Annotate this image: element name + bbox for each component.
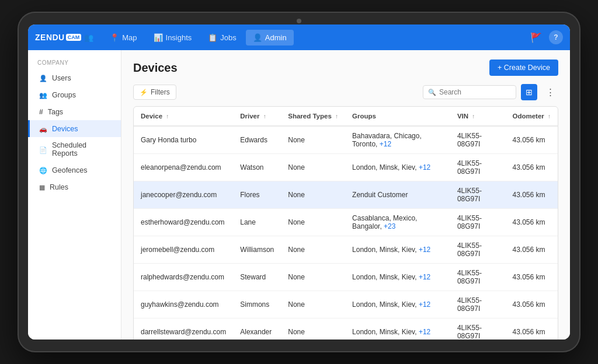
cell-shared-types: None <box>281 126 345 154</box>
cell-vin: 4LIK55-08G97I <box>450 236 506 264</box>
cell-groups: London, Minsk, Kiev, +12 <box>345 291 450 318</box>
cell-vin: 4LIK55-08G97I <box>450 209 506 236</box>
table-row[interactable]: Gary Honda turbo Edwards None Bahavadara… <box>134 126 558 154</box>
col-driver[interactable]: Driver ↑ <box>233 107 281 126</box>
cell-groups: London, Minsk, Kiev, +12 <box>345 154 450 181</box>
grid-icon: ⊞ <box>526 88 533 97</box>
main-content: Devices + Create Device ⚡ Filters 🔍 <box>121 50 570 340</box>
tablet-screen: ZENDU CAM 👥 Map Insights Jobs Admin 🚩 <box>28 24 570 340</box>
filter-button[interactable]: ⚡ Filters <box>133 85 176 100</box>
sidebar-item-geofences[interactable]: Geofences <box>28 162 121 178</box>
reports-icon <box>39 145 47 154</box>
sidebar-item-groups[interactable]: Groups <box>28 86 121 103</box>
sidebar-item-rules[interactable]: Rules <box>28 178 121 195</box>
grid-view-button[interactable]: ⊞ <box>521 84 537 100</box>
cell-device: estherhoward@zendu.com <box>134 209 233 236</box>
table-row[interactable]: eleanorpena@zendu.com Watson None London… <box>134 154 558 181</box>
col-groups[interactable]: Groups <box>345 107 450 126</box>
nav-admin-label: Admin <box>265 33 287 42</box>
table-body: Gary Honda turbo Edwards None Bahavadara… <box>134 126 558 340</box>
groups-more[interactable]: +23 <box>384 222 395 230</box>
cell-driver: Alexander <box>233 318 281 340</box>
toolbar-right: 🔍 ⊞ ⋮ <box>423 84 558 100</box>
col-vin[interactable]: VIN ↑ <box>450 107 506 126</box>
cell-odometer: 43.056 km <box>505 209 558 236</box>
geo-icon <box>39 166 47 174</box>
sidebar-item-users[interactable]: Users <box>28 69 121 86</box>
cell-vin: 4LIK55-08G97I <box>450 154 506 181</box>
table-row[interactable]: janecooper@zendu.com Flores None Zenduit… <box>134 181 558 209</box>
cell-device: janecooper@zendu.com <box>134 181 233 209</box>
sidebar-devices-label: Devices <box>52 125 78 133</box>
table-row[interactable]: guyhawkins@zendu.com Simmons None London… <box>134 291 558 318</box>
flag-button[interactable]: 🚩 <box>526 29 547 47</box>
table-row[interactable]: jeromebell@zendu.com Williamson None Lon… <box>134 236 558 264</box>
more-options-button[interactable]: ⋮ <box>542 84 558 100</box>
search-box[interactable]: 🔍 <box>423 85 516 99</box>
sidebar-tags-label: Tags <box>48 108 63 116</box>
nav-jobs[interactable]: Jobs <box>201 30 243 46</box>
groups-more[interactable]: +12 <box>419 246 430 254</box>
table-row[interactable]: estherhoward@zendu.com Lane None Casabla… <box>134 209 558 236</box>
more-icon: ⋮ <box>546 87 555 97</box>
admin-icon <box>253 33 262 42</box>
col-odometer[interactable]: Odometer ↑ <box>505 107 558 126</box>
groups-more[interactable]: +12 <box>419 328 430 336</box>
nav-map[interactable]: Map <box>103 30 144 46</box>
help-button[interactable]: ? <box>549 30 563 44</box>
cell-driver: Steward <box>233 264 281 291</box>
cell-driver: Lane <box>233 209 281 236</box>
col-shared-types[interactable]: Shared Types ↑ <box>281 107 345 126</box>
table-row[interactable]: ralphedwards@zendu.com Steward None Lond… <box>134 264 558 291</box>
nav-map-label: Map <box>122 33 137 42</box>
cell-driver: Williamson <box>233 236 281 264</box>
cell-groups: Casablanca, Mexico, Bangalor, +23 <box>345 209 450 236</box>
cell-device: eleanorpena@zendu.com <box>134 154 233 181</box>
create-device-button[interactable]: + Create Device <box>489 60 558 76</box>
nav-insights[interactable]: Insights <box>147 30 199 46</box>
filter-label: Filters <box>151 88 170 96</box>
cell-odometer: 43.056 km <box>505 318 558 340</box>
odometer-sort-icon: ↑ <box>548 113 551 120</box>
cell-shared-types: None <box>281 236 345 264</box>
groups-more[interactable]: +12 <box>419 300 430 309</box>
cell-driver: Watson <box>233 154 281 181</box>
sidebar: Company Users Groups Tags Devices <box>28 50 121 340</box>
groups-more[interactable]: +12 <box>419 273 430 281</box>
cell-driver: Simmons <box>233 291 281 318</box>
driver-sort-icon: ↑ <box>263 113 266 120</box>
sidebar-item-tags[interactable]: Tags <box>28 103 121 120</box>
main-layout: Company Users Groups Tags Devices <box>28 50 570 340</box>
devices-table: Device ↑ Driver ↑ Shared Types ↑ <box>134 107 558 340</box>
top-nav: ZENDU CAM 👥 Map Insights Jobs Admin 🚩 <box>28 24 570 50</box>
nav-admin[interactable]: Admin <box>246 30 294 46</box>
table-header-row: Device ↑ Driver ↑ Shared Types ↑ <box>134 107 558 126</box>
sidebar-geofences-label: Geofences <box>52 166 87 174</box>
cell-vin: 4LIK55-08G97I <box>450 291 506 318</box>
devices-table-container: Device ↑ Driver ↑ Shared Types ↑ <box>133 106 558 340</box>
logo-badge: CAM <box>66 34 82 41</box>
groups-more[interactable]: +12 <box>380 140 391 148</box>
groups-more[interactable]: +12 <box>419 163 430 172</box>
cell-device: jeromebell@zendu.com <box>134 236 233 264</box>
sidebar-groups-label: Groups <box>52 91 76 99</box>
sidebar-item-scheduled-reports[interactable]: Scheduled Reports <box>28 137 121 162</box>
sidebar-section-label: Company <box>28 57 121 69</box>
sidebar-item-devices[interactable]: Devices <box>28 120 121 137</box>
shared-sort-icon: ↑ <box>335 113 338 120</box>
nav-insights-label: Insights <box>166 33 192 42</box>
person-icon <box>39 74 47 82</box>
col-device[interactable]: Device ↑ <box>134 107 233 126</box>
cell-shared-types: None <box>281 154 345 181</box>
cell-odometer: 43.056 km <box>505 264 558 291</box>
tag-icon <box>39 107 43 116</box>
content-header: Devices + Create Device <box>133 60 558 76</box>
cell-groups: London, Minsk, Kiev, +12 <box>345 264 450 291</box>
cell-device: ralphedwards@zendu.com <box>134 264 233 291</box>
cell-device: guyhawkins@zendu.com <box>134 291 233 318</box>
search-input[interactable] <box>439 88 511 96</box>
filter-icon: ⚡ <box>140 89 148 96</box>
table-row[interactable]: darrellsteward@zendu.com Alexander None … <box>134 318 558 340</box>
page-title: Devices <box>133 61 178 75</box>
nav-jobs-label: Jobs <box>220 33 236 42</box>
